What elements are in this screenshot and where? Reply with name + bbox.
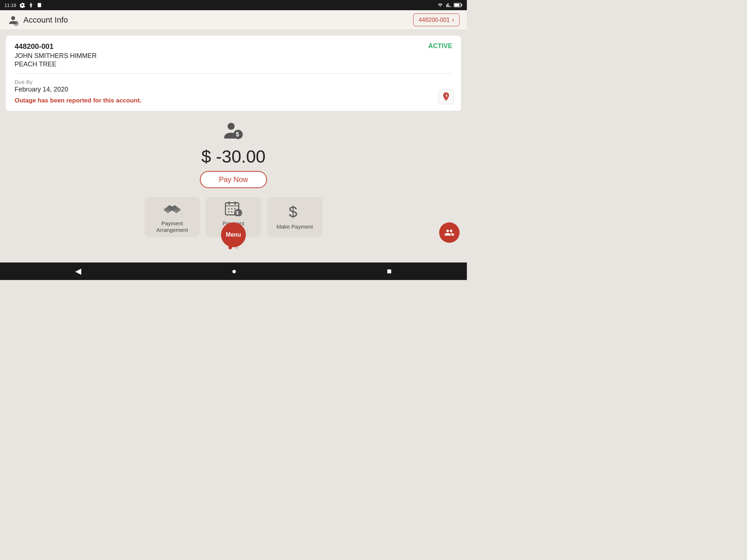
calendar-dollar-icon: $ (225, 201, 242, 217)
main-content: 448200-001 ACTIVE JOHN SMITHERS HIMMER P… (0, 30, 467, 255)
svg-text:$: $ (236, 131, 239, 137)
account-location: PEACH TREE (15, 61, 452, 68)
settings-icon (19, 2, 25, 8)
pay-now-button[interactable]: Pay Now (200, 171, 267, 188)
account-card-header: 448200-001 ACTIVE (15, 42, 452, 51)
svg-point-0 (30, 3, 31, 4)
due-label: Due By (15, 79, 452, 85)
balance-amount: $ -30.00 (201, 147, 266, 167)
dollar-sign-icon: $ (286, 204, 303, 220)
status-right (437, 3, 462, 8)
handshake-icon (163, 201, 181, 217)
status-bar: 11:18 (0, 0, 467, 10)
outage-icon-button[interactable] (438, 89, 454, 104)
svg-point-10 (168, 210, 170, 213)
due-date: February 14, 2020 (15, 86, 452, 93)
account-number: 448200-001 (15, 42, 54, 51)
account-info-icon: i (7, 14, 19, 26)
battery-icon (454, 3, 462, 8)
card-divider (15, 73, 452, 74)
recent-apps-button[interactable]: ■ (376, 264, 403, 279)
contacts-icon (444, 228, 454, 238)
sim-icon (37, 2, 42, 8)
svg-rect-14 (228, 202, 230, 205)
svg-text:$: $ (236, 210, 239, 215)
back-button[interactable]: ◀ (64, 264, 92, 279)
signal-icon (446, 3, 452, 8)
header-bar: i Account Info 448200-001 › (0, 10, 467, 30)
svg-rect-4 (454, 4, 460, 7)
payment-arrangement-button[interactable]: PaymentArrangement (144, 197, 200, 237)
svg-text:$: $ (289, 204, 297, 219)
svg-point-11 (174, 210, 177, 213)
make-payment-label: Make Payment (276, 223, 313, 230)
account-badge-number: 448200-001 (419, 17, 450, 23)
svg-text:i: i (16, 22, 17, 25)
svg-rect-13 (225, 206, 239, 206)
account-card: 448200-001 ACTIVE JOHN SMITHERS HIMMER P… (6, 36, 461, 111)
chevron-right-icon: › (452, 16, 454, 24)
outage-message: Outage has been reported for this accoun… (15, 97, 452, 104)
svg-point-7 (228, 123, 235, 130)
time-display: 11:18 (4, 3, 16, 8)
svg-point-17 (231, 208, 233, 210)
balance-section: $ $ -30.00 Pay Now (6, 117, 461, 190)
account-status: ACTIVE (428, 42, 452, 50)
bottom-nav: ◀ ● ■ (0, 262, 467, 280)
wifi-icon (437, 3, 444, 8)
svg-point-18 (234, 208, 236, 210)
home-button[interactable]: ● (221, 264, 247, 279)
account-name: JOHN SMITHERS HIMMER (15, 52, 452, 60)
payment-arrangement-label: PaymentArrangement (156, 220, 188, 233)
make-payment-button[interactable]: $ Make Payment (267, 197, 322, 237)
status-left: 11:18 (4, 2, 42, 8)
svg-point-20 (231, 211, 233, 213)
svg-point-19 (228, 211, 229, 213)
svg-point-16 (228, 208, 229, 210)
fab-contacts-button[interactable] (439, 222, 460, 243)
location-lightning-icon (441, 92, 451, 102)
svg-rect-3 (461, 4, 462, 6)
account-badge-button[interactable]: 448200-001 › (413, 13, 460, 26)
svg-rect-1 (38, 3, 41, 7)
page-title: Account Info (23, 15, 68, 25)
accessibility-icon (28, 2, 34, 8)
person-dollar-icon: $ (221, 120, 246, 142)
header-left: i Account Info (7, 14, 68, 26)
menu-button[interactable]: Menu (221, 222, 246, 247)
svg-rect-15 (235, 202, 236, 205)
